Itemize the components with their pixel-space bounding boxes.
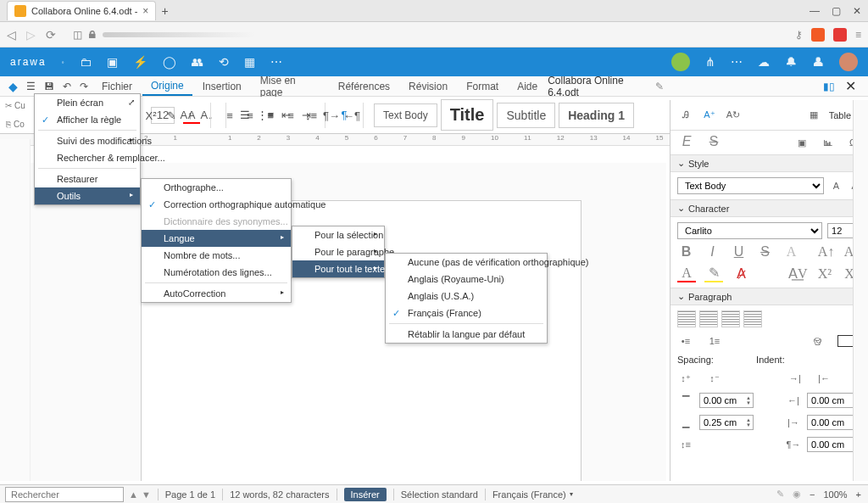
menu-format[interactable]: Format	[458, 78, 507, 95]
style-text-body[interactable]: Text Body	[374, 103, 437, 127]
window-close-icon[interactable]: ✕	[853, 5, 861, 17]
chart-icon[interactable]: 📊︎	[819, 134, 836, 151]
bg-color-icon[interactable]: 🪣︎	[809, 333, 826, 349]
search-app-icon[interactable]: ◯	[163, 55, 176, 69]
menu-pour-paragraphe[interactable]: Pour le paragraphe▸	[292, 243, 384, 260]
style-subtitle[interactable]: Subtitle	[497, 103, 555, 128]
bullets-icon[interactable]: •≡	[677, 333, 694, 349]
status-view-icon[interactable]: ◉	[793, 489, 801, 500]
nav-reload-icon[interactable]: ⟳	[46, 28, 56, 42]
menu-fichier[interactable]: Fichier	[93, 78, 141, 95]
close-doc-icon[interactable]: ✕	[845, 78, 856, 94]
status-search-input[interactable]	[5, 487, 124, 502]
photos-icon[interactable]: ▣	[107, 55, 118, 69]
font-name-select[interactable]: Carlito	[677, 222, 822, 239]
clone-format-icon[interactable]: Ꭿ	[677, 107, 694, 124]
lang-dropdown-icon[interactable]: ▾	[570, 490, 573, 498]
menu-word-count[interactable]: Nombre de mots...	[142, 247, 291, 264]
menu-revision[interactable]: Révision	[400, 78, 456, 95]
align-right-icon[interactable]: ≡	[262, 107, 279, 124]
sidebar-toggle-icon[interactable]: ▮▯	[823, 81, 835, 92]
bold-b-icon[interactable]: B	[677, 244, 695, 260]
status-sig-icon[interactable]: ✎	[776, 489, 784, 500]
cloud-icon[interactable]: ☁	[758, 55, 770, 69]
more-apps-icon[interactable]: ⋯	[270, 55, 282, 69]
font-color-a-icon[interactable]: A	[677, 265, 696, 282]
underline-u-icon[interactable]: U	[730, 244, 748, 260]
table-label[interactable]: Table	[829, 110, 851, 120]
char-spacing-icon[interactable]: A͟V	[788, 265, 807, 282]
cut-button[interactable]: ✂ Cu	[5, 101, 25, 110]
menu-insertion[interactable]: Insertion	[194, 78, 250, 95]
align-justify-box[interactable]	[743, 310, 762, 327]
status-insert-mode[interactable]: Insérer	[344, 488, 387, 501]
line-spacing-icon[interactable]: ↕≡	[303, 107, 320, 124]
grow-a-icon[interactable]: A↑	[817, 244, 835, 260]
nav-back-icon[interactable]: ◁	[7, 28, 16, 42]
menu-auto-spell[interactable]: ✓Correction orthographique automatique	[142, 196, 291, 213]
clear-format-icon[interactable]: A̷	[732, 265, 750, 282]
menu-rechercher-remplacer[interactable]: Rechercher & remplacer...	[35, 149, 140, 166]
paragraph-section-header[interactable]: ⌄Paragraph◱	[670, 288, 868, 305]
image-icon[interactable]: ▣	[793, 134, 810, 151]
redo-icon[interactable]: ↷	[76, 81, 92, 92]
sync-icon[interactable]: ⟲	[219, 55, 229, 69]
numbering-icon[interactable]: 1≡	[706, 333, 723, 349]
dec-spacing-icon[interactable]: ↕⁻	[706, 370, 723, 387]
menu-pour-tout-texte[interactable]: Pour tout le texte▸	[292, 260, 384, 277]
italic-e-icon[interactable]: E	[677, 134, 696, 151]
menu-outils[interactable]: Outils▸	[35, 187, 140, 204]
menu-lang-reset[interactable]: Rétablir la langue par défaut	[386, 326, 547, 343]
menu-references[interactable]: Références	[330, 78, 398, 95]
zoom-in-icon[interactable]: +	[856, 489, 861, 500]
new-tab-button[interactable]: +	[161, 4, 168, 18]
brave-ext-icon[interactable]	[811, 28, 825, 42]
menu-orthographe[interactable]: Orthographe...	[142, 179, 291, 196]
superscript2-icon[interactable]: X²	[815, 266, 834, 282]
menu-suivi-modifications[interactable]: Suivi des modifications▸	[35, 132, 140, 149]
menu-pour-selection[interactable]: Pour la sélection▸	[292, 226, 384, 243]
line-spacing2-icon[interactable]: ↕≡	[677, 436, 694, 453]
window-maximize-icon[interactable]: ▢	[832, 5, 841, 17]
align-left-box[interactable]	[677, 310, 696, 327]
status-selection-mode[interactable]: Sélection standard	[401, 489, 478, 500]
contacts-icon[interactable]: 👥︎	[192, 55, 203, 69]
nav-forward-icon[interactable]: ▷	[26, 28, 36, 42]
copy-button[interactable]: ⎘ Co	[6, 120, 25, 129]
zoom-out-icon[interactable]: −	[810, 489, 815, 500]
activity-icon[interactable]: ⚡	[133, 55, 147, 69]
menu-autocorrect[interactable]: AutoCorrection▸	[142, 285, 291, 302]
search-next-icon[interactable]: ▼	[142, 489, 151, 500]
rtl-icon[interactable]: ←¶	[343, 107, 360, 124]
sidebar-tab-strip[interactable]	[853, 100, 868, 481]
highlight-a-icon[interactable]: ✎	[704, 265, 723, 282]
align-right-box[interactable]	[721, 310, 740, 327]
align-justify-icon[interactable]: ≡	[282, 107, 299, 124]
share-icon[interactable]: ⋔	[705, 55, 715, 69]
new-style-icon[interactable]: A⁺	[701, 107, 718, 124]
document-area[interactable]	[31, 163, 666, 481]
calendar-icon[interactable]: ▦	[244, 55, 255, 69]
italic-i-icon[interactable]: I	[704, 244, 721, 260]
style-section-header[interactable]: ⌄Style	[670, 154, 868, 172]
menu-langue[interactable]: Langue▸	[142, 230, 291, 247]
bookmark-icon[interactable]: ◫	[73, 29, 82, 41]
dec-indent-icon[interactable]: |←	[815, 370, 832, 387]
align-center-box[interactable]	[699, 310, 718, 327]
app-logo-icon[interactable]: ◆	[5, 80, 21, 93]
paragraph-style-select[interactable]: Text Body	[677, 177, 824, 194]
menu-lang-en-uk[interactable]: Anglais (Royaume-Uni)	[386, 271, 547, 288]
menu-aide[interactable]: Aide	[509, 78, 546, 95]
menu-line-numbering[interactable]: Numérotation des lignes...	[142, 264, 291, 281]
menu-origine[interactable]: Origine	[142, 77, 192, 96]
spacing-above-spinner[interactable]: ▲▼	[699, 393, 754, 408]
highlight-icon[interactable]: ✎	[163, 107, 180, 124]
window-minimize-icon[interactable]: —	[810, 5, 820, 17]
align-left-icon[interactable]: ≡	[221, 107, 238, 124]
zoom-level[interactable]: 100%	[823, 489, 847, 500]
superscript-icon[interactable]: X²	[142, 107, 159, 124]
strike-s2-icon[interactable]: S	[756, 244, 774, 260]
more-icon[interactable]: ⋯	[731, 55, 743, 69]
undo-icon[interactable]: ↶	[59, 81, 75, 92]
style-title[interactable]: Title	[441, 99, 494, 131]
